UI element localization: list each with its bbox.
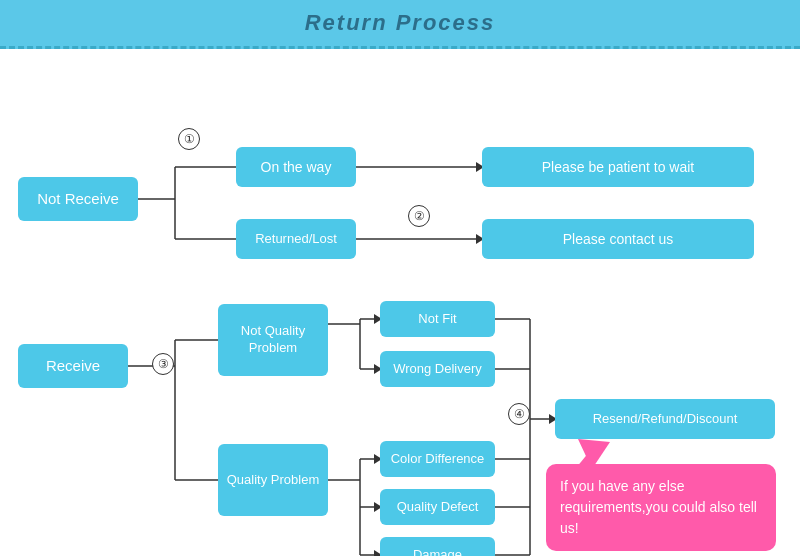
circle-4: ④	[508, 403, 530, 425]
header-title: Return Process	[305, 10, 496, 35]
please-wait-box: Please be patient to wait	[482, 147, 754, 187]
quality-defect-box: Quality Defect	[380, 489, 495, 525]
header: Return Process	[0, 0, 800, 49]
on-the-way-box: On the way	[236, 147, 356, 187]
not-receive-box: Not Receive	[18, 177, 138, 221]
not-fit-box: Not Fit	[380, 301, 495, 337]
wrong-delivery-box: Wrong Delivery	[380, 351, 495, 387]
not-quality-box: Not Quality Problem	[218, 304, 328, 376]
quality-problem-box: Quality Problem	[218, 444, 328, 516]
color-diff-box: Color Difference	[380, 441, 495, 477]
circle-1: ①	[178, 128, 200, 150]
content-area: Not Receive On the way Returned/Lost Ple…	[0, 49, 800, 556]
please-contact-box: Please contact us	[482, 219, 754, 259]
circle-3: ③	[152, 353, 174, 375]
damage-box: Damage	[380, 537, 495, 556]
receive-box: Receive	[18, 344, 128, 388]
resend-box: Resend/Refund/Discount	[555, 399, 775, 439]
speech-bubble: If you have any else requirements,you co…	[546, 464, 776, 551]
returned-lost-box: Returned/Lost	[236, 219, 356, 259]
circle-2: ②	[408, 205, 430, 227]
